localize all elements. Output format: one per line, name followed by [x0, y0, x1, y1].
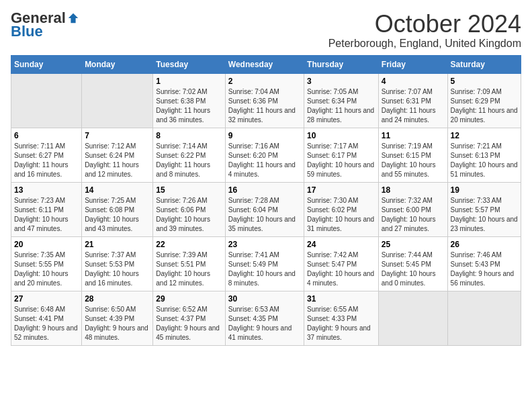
column-header-sunday: Sunday	[11, 55, 82, 73]
calendar-header: SundayMondayTuesdayWednesdayThursdayFrid…	[11, 55, 521, 73]
calendar-table: SundayMondayTuesdayWednesdayThursdayFrid…	[11, 55, 521, 346]
week-row: 6Sunrise: 7:11 AMSunset: 6:27 PMDaylight…	[11, 128, 521, 182]
column-header-tuesday: Tuesday	[153, 55, 225, 73]
week-row: 13Sunrise: 7:23 AMSunset: 6:11 PMDayligh…	[11, 182, 521, 236]
day-number: 15	[156, 185, 222, 195]
day-number: 2	[228, 77, 301, 86]
day-number: 25	[382, 240, 445, 249]
day-info: Sunrise: 6:55 AMSunset: 4:33 PMDaylight:…	[307, 305, 375, 342]
calendar-cell: 27Sunrise: 6:48 AMSunset: 4:41 PMDayligh…	[11, 291, 82, 345]
day-number: 20	[14, 240, 79, 249]
calendar-cell: 19Sunrise: 7:33 AMSunset: 5:57 PMDayligh…	[447, 182, 521, 236]
day-info: Sunrise: 7:25 AMSunset: 6:08 PMDaylight:…	[85, 196, 150, 234]
logo: General Blue	[11, 11, 79, 40]
calendar-cell: 18Sunrise: 7:32 AMSunset: 6:00 PMDayligh…	[378, 182, 447, 236]
day-info: Sunrise: 7:44 AMSunset: 5:45 PMDaylight:…	[382, 250, 445, 288]
calendar-cell: 7Sunrise: 7:12 AMSunset: 6:24 PMDaylight…	[82, 128, 153, 182]
calendar-cell: 15Sunrise: 7:26 AMSunset: 6:06 PMDayligh…	[153, 182, 225, 236]
svg-marker-0	[69, 13, 78, 23]
day-info: Sunrise: 7:04 AMSunset: 6:36 PMDaylight:…	[228, 87, 301, 125]
day-info: Sunrise: 7:21 AMSunset: 6:13 PMDaylight:…	[451, 142, 518, 179]
calendar-cell: 28Sunrise: 6:50 AMSunset: 4:39 PMDayligh…	[82, 291, 153, 345]
calendar-cell: 9Sunrise: 7:16 AMSunset: 6:20 PMDaylight…	[225, 128, 304, 182]
calendar-cell	[82, 73, 153, 128]
day-number: 10	[307, 131, 375, 140]
day-info: Sunrise: 7:07 AMSunset: 6:31 PMDaylight:…	[382, 87, 445, 125]
calendar-cell: 29Sunrise: 6:52 AMSunset: 4:37 PMDayligh…	[153, 291, 225, 345]
day-info: Sunrise: 7:35 AMSunset: 5:55 PMDaylight:…	[14, 250, 79, 288]
day-number: 5	[451, 77, 518, 86]
day-info: Sunrise: 7:28 AMSunset: 6:04 PMDaylight:…	[228, 196, 301, 234]
day-number: 13	[14, 185, 79, 195]
calendar-cell: 6Sunrise: 7:11 AMSunset: 6:27 PMDaylight…	[11, 128, 82, 182]
calendar-cell	[11, 73, 82, 128]
calendar-cell: 2Sunrise: 7:04 AMSunset: 6:36 PMDaylight…	[225, 73, 304, 128]
calendar-cell: 22Sunrise: 7:39 AMSunset: 5:51 PMDayligh…	[153, 236, 225, 291]
day-info: Sunrise: 7:46 AMSunset: 5:43 PMDaylight:…	[451, 250, 518, 288]
day-info: Sunrise: 7:09 AMSunset: 6:29 PMDaylight:…	[451, 87, 518, 125]
calendar-body: 1Sunrise: 7:02 AMSunset: 6:38 PMDaylight…	[11, 73, 521, 345]
day-number: 16	[228, 185, 301, 195]
day-info: Sunrise: 7:17 AMSunset: 6:17 PMDaylight:…	[307, 142, 375, 179]
day-info: Sunrise: 7:39 AMSunset: 5:51 PMDaylight:…	[156, 250, 222, 288]
day-info: Sunrise: 7:37 AMSunset: 5:53 PMDaylight:…	[85, 250, 150, 288]
day-number: 17	[307, 185, 375, 195]
day-number: 28	[85, 294, 150, 304]
header-row: SundayMondayTuesdayWednesdayThursdayFrid…	[11, 55, 521, 73]
day-number: 24	[307, 240, 375, 249]
day-number: 14	[85, 185, 150, 195]
day-info: Sunrise: 6:52 AMSunset: 4:37 PMDaylight:…	[156, 305, 222, 342]
month-title: October 2024	[328, 11, 521, 38]
calendar-cell: 8Sunrise: 7:14 AMSunset: 6:22 PMDaylight…	[153, 128, 225, 182]
day-number: 4	[382, 77, 445, 86]
calendar-cell: 13Sunrise: 7:23 AMSunset: 6:11 PMDayligh…	[11, 182, 82, 236]
day-number: 7	[85, 131, 150, 140]
day-number: 29	[156, 294, 222, 304]
day-info: Sunrise: 7:32 AMSunset: 6:00 PMDaylight:…	[382, 196, 445, 234]
calendar-cell: 16Sunrise: 7:28 AMSunset: 6:04 PMDayligh…	[225, 182, 304, 236]
day-info: Sunrise: 7:02 AMSunset: 6:38 PMDaylight:…	[156, 87, 222, 125]
day-number: 23	[228, 240, 301, 249]
calendar-cell: 10Sunrise: 7:17 AMSunset: 6:17 PMDayligh…	[304, 128, 379, 182]
calendar-cell: 21Sunrise: 7:37 AMSunset: 5:53 PMDayligh…	[82, 236, 153, 291]
calendar-cell: 4Sunrise: 7:07 AMSunset: 6:31 PMDaylight…	[378, 73, 447, 128]
header: General Blue October 2024 Peterborough, …	[11, 11, 521, 50]
day-info: Sunrise: 7:16 AMSunset: 6:20 PMDaylight:…	[228, 142, 301, 179]
week-row: 27Sunrise: 6:48 AMSunset: 4:41 PMDayligh…	[11, 291, 521, 345]
location-title: Peterborough, England, United Kingdom	[328, 38, 521, 50]
logo-blue-text: Blue	[11, 23, 43, 40]
day-info: Sunrise: 7:30 AMSunset: 6:02 PMDaylight:…	[307, 196, 375, 234]
day-number: 8	[156, 131, 222, 140]
column-header-monday: Monday	[82, 55, 153, 73]
calendar-cell: 11Sunrise: 7:19 AMSunset: 6:15 PMDayligh…	[378, 128, 447, 182]
calendar-cell: 17Sunrise: 7:30 AMSunset: 6:02 PMDayligh…	[304, 182, 379, 236]
day-number: 19	[451, 185, 518, 195]
day-number: 21	[85, 240, 150, 249]
calendar-cell: 24Sunrise: 7:42 AMSunset: 5:47 PMDayligh…	[304, 236, 379, 291]
day-number: 26	[451, 240, 518, 249]
week-row: 20Sunrise: 7:35 AMSunset: 5:55 PMDayligh…	[11, 236, 521, 291]
day-number: 6	[14, 131, 79, 140]
day-info: Sunrise: 7:14 AMSunset: 6:22 PMDaylight:…	[156, 142, 222, 179]
column-header-saturday: Saturday	[447, 55, 521, 73]
day-info: Sunrise: 6:48 AMSunset: 4:41 PMDaylight:…	[14, 305, 79, 342]
day-info: Sunrise: 7:11 AMSunset: 6:27 PMDaylight:…	[14, 142, 79, 179]
calendar-cell: 23Sunrise: 7:41 AMSunset: 5:49 PMDayligh…	[225, 236, 304, 291]
column-header-wednesday: Wednesday	[225, 55, 304, 73]
day-info: Sunrise: 7:23 AMSunset: 6:11 PMDaylight:…	[14, 196, 79, 234]
column-header-friday: Friday	[378, 55, 447, 73]
day-info: Sunrise: 6:53 AMSunset: 4:35 PMDaylight:…	[228, 305, 301, 342]
day-number: 3	[307, 77, 375, 86]
day-info: Sunrise: 6:50 AMSunset: 4:39 PMDaylight:…	[85, 305, 150, 342]
day-number: 22	[156, 240, 222, 249]
day-number: 1	[156, 77, 222, 86]
day-number: 9	[228, 131, 301, 140]
day-info: Sunrise: 7:26 AMSunset: 6:06 PMDaylight:…	[156, 196, 222, 234]
day-number: 31	[307, 294, 375, 304]
calendar-cell: 20Sunrise: 7:35 AMSunset: 5:55 PMDayligh…	[11, 236, 82, 291]
day-number: 18	[382, 185, 445, 195]
logo-icon	[67, 12, 79, 24]
day-info: Sunrise: 7:41 AMSunset: 5:49 PMDaylight:…	[228, 250, 301, 288]
calendar-cell	[378, 291, 447, 345]
calendar-cell	[447, 291, 521, 345]
